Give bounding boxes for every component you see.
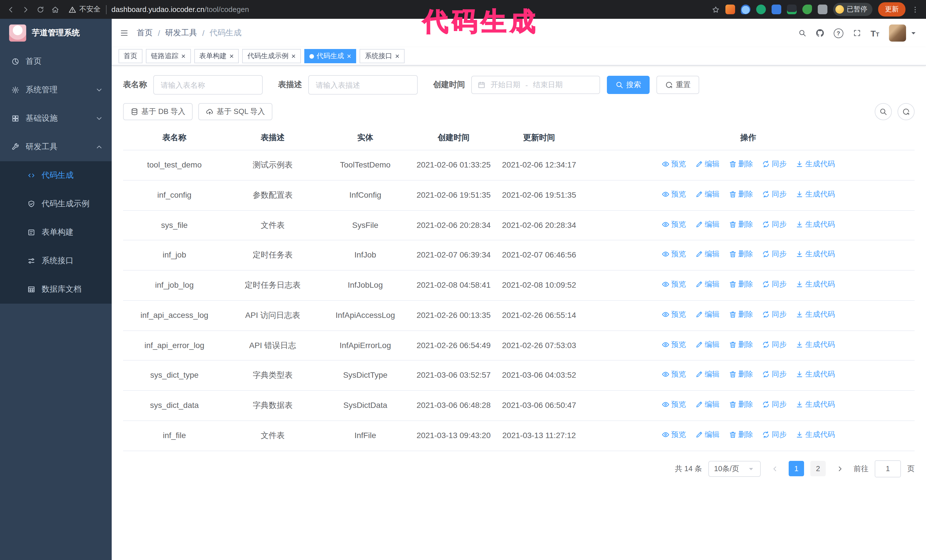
browser-reload-icon[interactable]	[36, 5, 44, 14]
sync-link[interactable]: 同步	[762, 339, 787, 350]
sync-link[interactable]: 同步	[762, 369, 787, 380]
sidebar-item-codegen-example[interactable]: 代码生成示例	[0, 190, 112, 218]
edit-link[interactable]: 编辑	[695, 429, 719, 440]
page-size-select[interactable]: 10条/页	[708, 460, 761, 477]
generate-code-link[interactable]: 生成代码	[796, 339, 835, 350]
extensions-puzzle-icon[interactable]	[818, 5, 828, 14]
edit-link[interactable]: 编辑	[695, 158, 719, 170]
edit-link[interactable]: 编辑	[695, 399, 719, 410]
preview-link[interactable]: 预览	[661, 279, 686, 290]
extension-icon-orange[interactable]	[725, 5, 735, 14]
reset-button[interactable]: 重置	[657, 76, 699, 94]
tab-close-icon[interactable]: ×	[395, 53, 399, 60]
browser-update-button[interactable]: 更新	[878, 2, 905, 17]
help-icon[interactable]: ?	[834, 28, 843, 38]
preview-link[interactable]: 预览	[661, 369, 686, 380]
generate-code-link[interactable]: 生成代码	[796, 158, 835, 170]
breadcrumb-home[interactable]: 首页	[137, 28, 153, 38]
delete-link[interactable]: 删除	[729, 249, 753, 260]
sidebar-item-system-api[interactable]: 系统接口	[0, 247, 112, 275]
search-icon[interactable]	[798, 29, 806, 37]
address-bar[interactable]: 不安全 dashboard.yudao.iocoder.cn/tool/code…	[68, 5, 705, 14]
preview-link[interactable]: 预览	[661, 429, 686, 440]
profile-paused-badge[interactable]: 已暂停	[833, 3, 872, 16]
page-button-1[interactable]: 1	[789, 461, 804, 476]
edit-link[interactable]: 编辑	[695, 189, 719, 200]
extension-icon-drop[interactable]	[741, 5, 750, 14]
sync-link[interactable]: 同步	[762, 158, 787, 170]
delete-link[interactable]: 删除	[729, 279, 753, 290]
prev-page-button[interactable]	[767, 461, 782, 476]
sidebar-item-form-builder[interactable]: 表单构建	[0, 218, 112, 247]
delete-link[interactable]: 删除	[729, 309, 753, 320]
user-menu[interactable]	[889, 24, 917, 42]
toggle-search-button[interactable]	[875, 103, 892, 120]
tab-form-builder[interactable]: 表单构建×	[194, 49, 239, 63]
delete-link[interactable]: 删除	[729, 369, 753, 380]
preview-link[interactable]: 预览	[661, 189, 686, 200]
goto-page-input[interactable]	[875, 460, 901, 477]
browser-back-icon[interactable]	[7, 5, 15, 14]
preview-link[interactable]: 预览	[661, 219, 686, 230]
delete-link[interactable]: 删除	[729, 399, 753, 410]
tab-home[interactable]: 首页	[118, 49, 142, 63]
preview-link[interactable]: 预览	[661, 399, 686, 410]
edit-link[interactable]: 编辑	[695, 309, 719, 320]
generate-code-link[interactable]: 生成代码	[796, 309, 835, 320]
generate-code-link[interactable]: 生成代码	[796, 399, 835, 410]
browser-home-icon[interactable]	[51, 5, 59, 14]
preview-link[interactable]: 预览	[661, 339, 686, 350]
edit-link[interactable]: 编辑	[695, 369, 719, 380]
table-desc-input[interactable]	[308, 75, 418, 95]
generate-code-link[interactable]: 生成代码	[796, 219, 835, 230]
generate-code-link[interactable]: 生成代码	[796, 369, 835, 380]
search-button[interactable]: 搜索	[607, 76, 650, 94]
tab-system-api[interactable]: 系统接口×	[360, 49, 405, 63]
edit-link[interactable]: 编辑	[695, 279, 719, 290]
next-page-button[interactable]	[832, 461, 847, 476]
sidebar-item-code-generation[interactable]: 代码生成	[0, 161, 112, 190]
tab-code-generation[interactable]: 代码生成×	[304, 49, 356, 63]
fullscreen-icon[interactable]	[853, 29, 861, 37]
date-range-picker[interactable]: 开始日期 - 结束日期	[471, 76, 600, 94]
delete-link[interactable]: 删除	[729, 339, 753, 350]
sync-link[interactable]: 同步	[762, 429, 787, 440]
generate-code-link[interactable]: 生成代码	[796, 279, 835, 290]
refresh-table-button[interactable]	[897, 103, 915, 120]
delete-link[interactable]: 删除	[729, 189, 753, 200]
sync-link[interactable]: 同步	[762, 279, 787, 290]
delete-link[interactable]: 删除	[729, 219, 753, 230]
sidebar-logo[interactable]: 芋道管理系统	[0, 19, 112, 47]
preview-link[interactable]: 预览	[661, 249, 686, 260]
edit-link[interactable]: 编辑	[695, 219, 719, 230]
github-icon[interactable]	[816, 29, 824, 37]
sidebar-item-db-doc[interactable]: 数据库文档	[0, 275, 112, 303]
tab-close-icon[interactable]: ×	[181, 53, 186, 60]
extension-icon-dark[interactable]	[787, 5, 797, 14]
bookmark-star-icon[interactable]	[712, 5, 720, 14]
edit-link[interactable]: 编辑	[695, 339, 719, 350]
tab-close-icon[interactable]: ×	[229, 53, 234, 60]
delete-link[interactable]: 删除	[729, 429, 753, 440]
sidebar-item-home[interactable]: 首页	[0, 47, 112, 76]
extension-icon-leaf[interactable]	[802, 5, 812, 14]
extension-icon-green-circle[interactable]	[756, 5, 766, 14]
sync-link[interactable]: 同步	[762, 309, 787, 320]
breadcrumb-dev-tools[interactable]: 研发工具	[165, 28, 197, 38]
preview-link[interactable]: 预览	[661, 158, 686, 170]
extension-icon-blue[interactable]	[772, 5, 781, 14]
sync-link[interactable]: 同步	[762, 399, 787, 410]
sidebar-item-system-management[interactable]: 系统管理	[0, 76, 112, 104]
delete-link[interactable]: 删除	[729, 158, 753, 170]
sidebar-item-dev-tools[interactable]: 研发工具	[0, 133, 112, 161]
import-sql-button[interactable]: 基于 SQL 导入	[198, 103, 273, 120]
browser-menu-dots-icon[interactable]	[911, 5, 919, 14]
tab-close-icon[interactable]: ×	[347, 53, 351, 60]
generate-code-link[interactable]: 生成代码	[796, 249, 835, 260]
table-name-input[interactable]	[153, 75, 263, 95]
tab-codegen-example[interactable]: 代码生成示例×	[242, 49, 301, 63]
sync-link[interactable]: 同步	[762, 189, 787, 200]
generate-code-link[interactable]: 生成代码	[796, 189, 835, 200]
page-button-2[interactable]: 2	[810, 461, 826, 476]
sync-link[interactable]: 同步	[762, 219, 787, 230]
